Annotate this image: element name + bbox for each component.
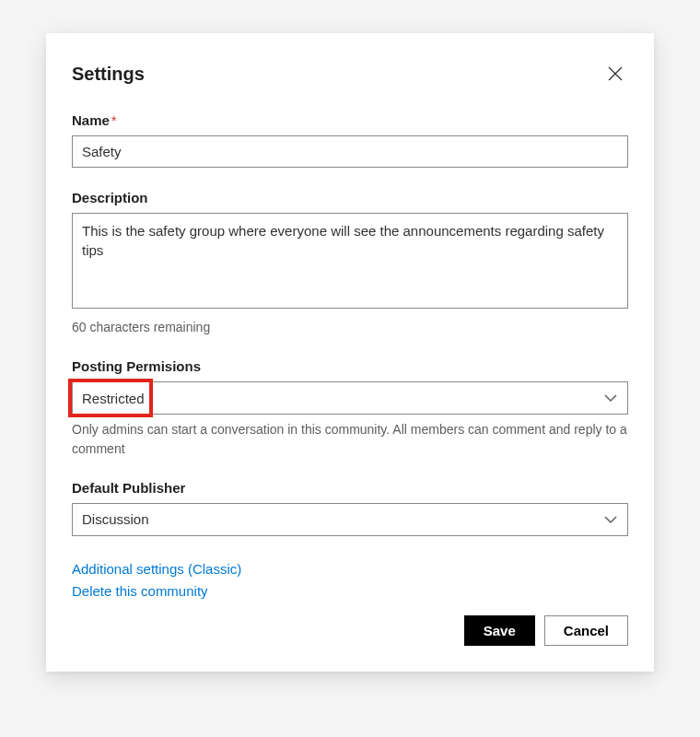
close-button[interactable] — [602, 61, 628, 87]
description-textarea[interactable] — [72, 213, 628, 309]
default-publisher-select[interactable]: Discussion — [72, 503, 628, 536]
name-label: Name* — [72, 112, 628, 128]
name-input[interactable] — [72, 135, 628, 168]
panel-title: Settings — [72, 64, 145, 85]
default-publisher-label: Default Publisher — [72, 480, 628, 496]
close-icon — [607, 65, 624, 82]
description-field-block: Description 60 characters remaining — [72, 190, 628, 336]
name-label-text: Name — [72, 112, 110, 128]
link-list: Additional settings (Classic) Delete thi… — [72, 558, 628, 602]
cancel-button[interactable]: Cancel — [544, 615, 628, 646]
posting-permissions-value: Restricted — [82, 391, 145, 406]
required-mark: * — [111, 112, 117, 128]
description-label: Description — [72, 190, 628, 205]
description-remaining: 60 characters remaining — [72, 318, 628, 336]
name-field-block: Name* — [72, 112, 628, 168]
footer-actions: Save Cancel — [72, 615, 628, 646]
header-row: Settings — [72, 61, 628, 87]
additional-settings-link[interactable]: Additional settings (Classic) — [72, 558, 241, 580]
posting-permissions-helper: Only admins can start a conversation in … — [72, 420, 628, 458]
default-publisher-select-wrap: Discussion — [72, 503, 628, 536]
default-publisher-block: Default Publisher Discussion — [72, 480, 628, 536]
delete-community-link[interactable]: Delete this community — [72, 580, 208, 602]
posting-permissions-label: Posting Permisions — [72, 358, 628, 374]
save-button[interactable]: Save — [464, 615, 535, 646]
settings-panel: Settings Name* Description 60 characters… — [46, 33, 654, 672]
posting-permissions-select[interactable]: Restricted — [72, 381, 628, 415]
posting-permissions-block: Posting Permisions Restricted Only admin… — [72, 358, 628, 458]
posting-permissions-select-wrap: Restricted — [72, 381, 628, 415]
default-publisher-value: Discussion — [82, 511, 149, 527]
